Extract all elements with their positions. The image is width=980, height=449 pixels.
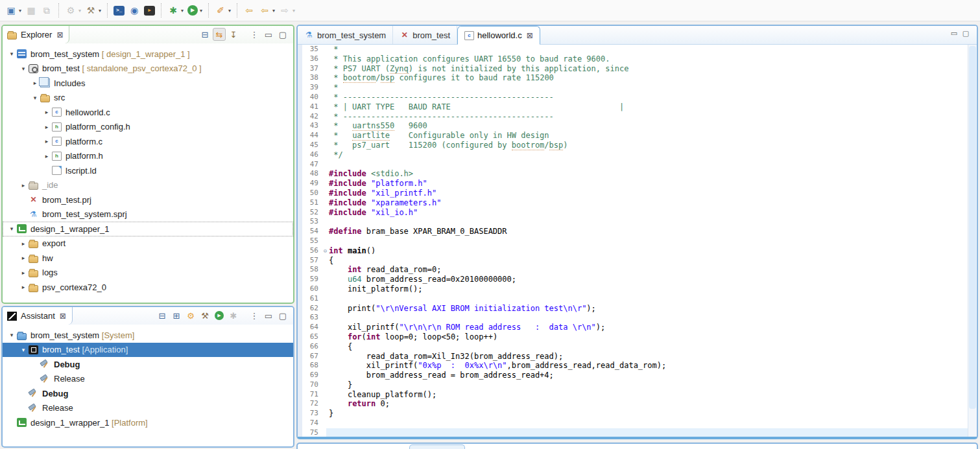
build-dropdown-icon[interactable]: ▾ [99,8,101,14]
console-panel-edge[interactable] [296,443,978,449]
tree-item-src[interactable]: ▾src [3,91,293,106]
tree-item-brom-test[interactable]: ▾brom_test [Application] [3,343,293,358]
code-line-47[interactable]: 47 [298,160,968,170]
debug-icon[interactable]: ✱ [227,309,240,322]
code-line-40[interactable]: 40 * -----------------------------------… [298,93,968,102]
code-editor[interactable]: 35 *36 * This application configures UAR… [298,45,968,437]
code-line-58[interactable]: 58 int read_data_rom=0; [298,265,968,275]
link-with-editor-icon[interactable]: ⇆ [213,28,226,41]
minimize-icon[interactable]: ▭ [262,28,275,41]
minimize-icon[interactable]: ▭ [948,29,960,38]
back-button[interactable]: ⇦▾ [257,2,277,19]
code-line-61[interactable]: 61 [298,294,968,304]
code-line-73[interactable]: 73} [298,409,968,419]
open-tools-dropdown-icon[interactable]: ▾ [228,8,231,14]
code-line-41[interactable]: 41 * | UART TYPE BAUD RATE | [298,102,968,112]
run-dropdown-icon[interactable]: ▾ [200,8,202,14]
tree-item-release[interactable]: Release [3,372,293,387]
expand-arrow-icon[interactable]: ▾ [6,332,17,338]
editor-tab-brom-test[interactable]: ✕brom_test [393,26,457,44]
tree-item-design-1-wrapper-1[interactable]: design_1_wrapper_1 [Platform] [3,415,293,430]
build-icon[interactable]: ⚒ [198,309,211,322]
code-line-48[interactable]: 48#include <stdio.h> [298,169,968,179]
console-tab-edge[interactable] [409,444,465,449]
expand-arrow-icon[interactable]: ▾ [18,65,29,72]
code-line-35[interactable]: 35 * [298,45,968,54]
tree-item-brom-test-system[interactable]: ▾brom_test_system [System] [3,328,293,343]
tree-item-platform-h[interactable]: ▸hplatform.h [3,149,293,164]
run-button[interactable]: ▶▾ [185,2,204,19]
tree-item-includes[interactable]: ▸Includes [3,76,293,91]
expand-arrow-icon[interactable]: ▾ [6,51,17,57]
expand-arrow-icon[interactable]: ▸ [42,124,52,130]
code-line-54[interactable]: 54#define bram_base XPAR_BRAM_0_BASEADDR [298,227,968,236]
tree-item-debug[interactable]: Debug [3,386,293,401]
tree-item-lscript-ld[interactable]: lscript.ld [3,163,293,178]
code-line-65[interactable]: 65 for(int loop=0; loop<50; loop++) [298,332,968,342]
import-icon[interactable]: ↧ [227,28,240,41]
expand-arrow-icon[interactable]: ▾ [6,225,17,232]
console-view-button[interactable]: ▸ [142,2,157,19]
code-line-38[interactable]: 38 * bootrom/bsp configures it to baud r… [298,73,968,83]
editor-scrollbar[interactable] [968,45,977,437]
code-line-70[interactable]: 70 } [298,380,968,390]
editor-tab-brom-test-system[interactable]: ⚗brom_test_system [298,26,393,44]
tree-item-helloworld-c[interactable]: ▸chelloworld.c [3,105,293,120]
tree-item-brom-test[interactable]: ▾brom_test [ standalone_psv_cortexa72_0 … [3,62,293,76]
tree-item-debug[interactable]: Debug [3,357,293,372]
code-line-37[interactable]: 37 * PS7 UART (Zynq) is not initialized … [298,64,968,74]
view-menu-icon[interactable]: ⋮ [248,28,261,41]
terminal-button[interactable]: >_ [112,2,126,19]
code-line-67[interactable]: 67 read_data_rom=Xil_In32(brom_address_r… [298,352,968,362]
code-line-45[interactable]: 45 * ps7_uart 115200 (configured by boot… [298,141,968,150]
code-line-51[interactable]: 51#include "xparameters.h" [298,198,968,208]
code-line-42[interactable]: 42 * -----------------------------------… [298,112,968,122]
settings-icon[interactable]: ⚙ [184,309,197,322]
tree-item-release[interactable]: Release [3,401,293,416]
code-line-74[interactable]: 74 [298,419,968,428]
back-dropdown-icon[interactable]: ▾ [272,8,275,14]
tree-item-design-1-wrapper-1[interactable]: ▾design_1_wrapper_1 [3,222,293,236]
code-line-63[interactable]: 63 [298,313,968,323]
scrollbar-thumb[interactable] [969,46,976,409]
expand-arrow-icon[interactable]: ▾ [18,347,29,353]
expand-arrow-icon[interactable]: ▸ [18,270,29,276]
code-line-44[interactable]: 44 * uartlite Configurable only in HW de… [298,131,968,141]
code-line-59[interactable]: 59 u64 brom_address_read=0x20100000000; [298,275,968,284]
code-line-50[interactable]: 50#include "xil_printf.h" [298,189,968,198]
tab-close-icon[interactable]: ⊠ [527,31,533,40]
code-line-68[interactable]: 68 xil_printf("0x%p : 0x%x\r\n",brom_add… [298,361,968,371]
code-line-72[interactable]: 72 return 0; [298,399,968,409]
code-line-57[interactable]: 57{ [298,256,968,266]
tree-item-hw[interactable]: ▸hw [3,251,293,266]
tree-item-brom-test-system-sprj[interactable]: ⚗brom_test_system.sprj [3,207,293,222]
code-line-39[interactable]: 39 * [298,83,968,93]
code-line-62[interactable]: 62 print("\r\nVersal AXI BROM initializa… [298,304,968,314]
code-line-52[interactable]: 52#include "xil_io.h" [298,208,968,218]
assistant-close-icon[interactable]: ⊠ [60,312,66,321]
expand-all-icon[interactable]: ⊞ [170,309,183,322]
assistant-tab[interactable]: Assistant ⊠ [3,307,73,325]
last-edit-location-button[interactable]: ⇦ [241,2,257,19]
tree-item--ide[interactable]: ▸_ide [3,178,293,193]
debug-button[interactable]: ✱▾ [165,2,185,19]
tree-item-brom-test-prj[interactable]: ✕brom_test.prj [3,192,293,207]
minimize-icon[interactable]: ▭ [262,309,275,322]
editor-tab-helloworld-c[interactable]: chelloworld.c⊠ [457,26,540,45]
code-line-75[interactable]: 75 [298,428,968,437]
expand-arrow-icon[interactable]: ▸ [18,284,29,290]
debug-dropdown-icon[interactable]: ▾ [181,8,184,14]
collapse-all-icon[interactable]: ⊟ [156,309,169,322]
build-button[interactable]: ⚒▾ [83,2,103,19]
tree-item-export[interactable]: ▸export [3,236,293,251]
maximize-icon[interactable]: ▢ [276,309,289,322]
expand-arrow-icon[interactable]: ▸ [18,255,29,261]
expand-arrow-icon[interactable]: ▸ [42,109,52,115]
code-line-66[interactable]: 66 { [298,342,968,352]
expand-arrow-icon[interactable]: ▸ [42,153,52,159]
code-line-53[interactable]: 53 [298,217,968,227]
maximize-icon[interactable]: ▢ [960,29,972,38]
run-icon[interactable]: ▶ [213,309,226,322]
tree-item-logs[interactable]: ▸logs [3,266,293,281]
code-line-49[interactable]: 49#include "platform.h" [298,179,968,189]
